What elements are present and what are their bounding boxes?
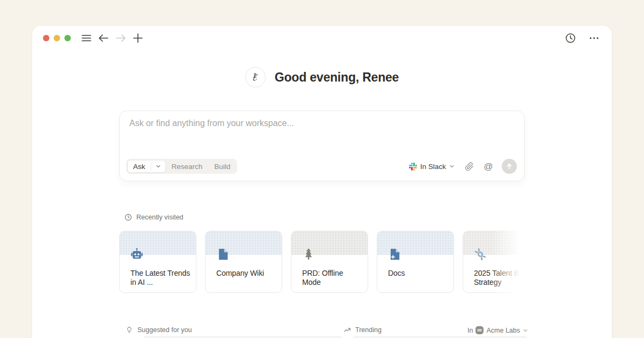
greeting-text: Good evening, Renee (275, 70, 399, 85)
chevron-down-icon (523, 328, 528, 333)
mode-dropdown-button[interactable] (151, 164, 165, 169)
card-the-latest-trends-in-ai[interactable]: The Latest Trends in AI ... (119, 231, 196, 293)
card-title: Company Wiki (216, 269, 276, 278)
hamburger-icon (82, 34, 91, 42)
mode-build[interactable]: Build (208, 163, 236, 171)
greeting: Good evening, Renee (119, 67, 525, 88)
ai-face-icon (245, 67, 266, 87)
card-company-wiki[interactable]: Company Wiki (205, 231, 282, 293)
history-button[interactable] (564, 31, 577, 45)
recently-visited-cards: The Latest Trends in AI ... Company Wiki (119, 231, 525, 294)
card-2025-talent-brand-strategy[interactable]: 2025 Talent Brand Strategy (463, 231, 525, 293)
workspace-prefix: In (467, 327, 473, 334)
send-button[interactable] (502, 159, 517, 174)
footer-sections: Suggested for you Trending In Acme Labs (119, 326, 525, 336)
mode-ask[interactable]: Ask (127, 160, 166, 173)
card-title: Docs (388, 269, 448, 278)
evergreen-tree-icon (302, 247, 316, 261)
card-title: The Latest Trends in AI ... (130, 269, 191, 287)
recently-visited-header: Recently visited (125, 214, 184, 221)
arrow-up-icon (506, 163, 513, 170)
scope-label: In Slack (420, 163, 446, 171)
workspace-logo-icon (475, 326, 484, 334)
trending-label: Trending (355, 326, 382, 334)
more-options-button[interactable] (587, 31, 601, 45)
workspace-selector[interactable]: In Acme Labs (467, 326, 528, 334)
zoom-window-button[interactable] (64, 35, 71, 41)
card-docs[interactable]: Docs (377, 231, 454, 293)
clock-icon (125, 214, 132, 221)
card-header (463, 231, 525, 255)
chevron-down-icon (449, 164, 455, 169)
window-controls (43, 35, 71, 41)
attach-file-button[interactable] (462, 159, 476, 173)
scope-selector[interactable]: In Slack (407, 161, 457, 172)
chevron-down-icon (156, 164, 161, 169)
clock-icon (565, 33, 576, 43)
card-title: 2025 Talent Brand Strategy (474, 269, 525, 287)
mode-research[interactable]: Research (166, 163, 209, 171)
dna-icon (473, 247, 487, 261)
recently-visited-label: Recently visited (136, 214, 184, 221)
mention-icon: @ (484, 162, 493, 171)
ellipsis-icon (589, 33, 599, 43)
mode-ask-label[interactable]: Ask (128, 163, 151, 171)
mode-switcher: Ask Research Build (126, 159, 237, 174)
paperclip-icon (465, 162, 474, 171)
composer-input[interactable] (129, 119, 515, 149)
document-plus-icon (387, 247, 401, 261)
sidebar-toggle-button[interactable] (79, 31, 93, 45)
suggested-for-you-header: Suggested for you (126, 326, 192, 334)
robot-icon (130, 247, 144, 261)
card-prd-offline-mode[interactable]: PRD: Offline Mode (291, 231, 368, 293)
trending-header: Trending (343, 326, 382, 334)
arrow-left-icon (98, 34, 109, 42)
ask-composer: Ask Research Build (119, 111, 525, 181)
card-title: PRD: Offline Mode (302, 269, 362, 287)
back-button[interactable] (97, 31, 111, 45)
minimize-window-button[interactable] (54, 35, 60, 41)
workspace-name: Acme Labs (486, 327, 520, 334)
lightbulb-icon (126, 326, 133, 334)
app-window: Good evening, Renee Ask Research Build (32, 26, 612, 338)
trending-up-icon (343, 326, 351, 334)
mention-button[interactable]: @ (481, 159, 495, 173)
suggested-for-you-label: Suggested for you (137, 326, 192, 334)
document-icon (216, 247, 230, 261)
close-window-button[interactable] (43, 35, 49, 41)
slack-icon (409, 163, 417, 171)
